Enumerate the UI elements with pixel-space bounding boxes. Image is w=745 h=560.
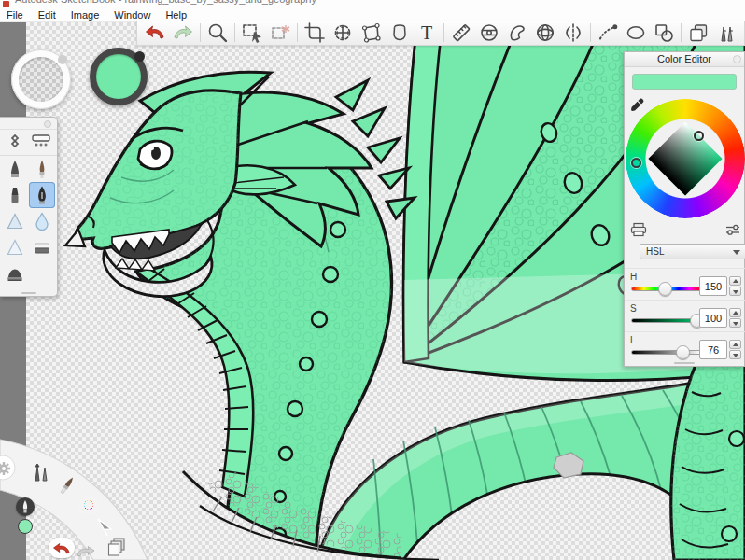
lagoon-paintbrush-icon[interactable] — [56, 474, 78, 497]
brush-palette-header[interactable] — [0, 118, 57, 130]
saturation-slider[interactable] — [631, 318, 702, 323]
lightness-slider[interactable] — [631, 350, 702, 355]
crop-icon[interactable] — [301, 21, 329, 44]
brush-palette-knob-icon[interactable] — [44, 120, 51, 128]
ellipse-shape-icon[interactable] — [622, 21, 650, 44]
layer-editor-icon[interactable] — [684, 21, 712, 44]
shapes-icon[interactable] — [650, 21, 678, 44]
color-wheel[interactable] — [626, 99, 745, 218]
selection-icon[interactable] — [238, 21, 266, 44]
lagoon-layers-icon[interactable] — [105, 535, 128, 557]
brush-pencil[interactable] — [2, 156, 28, 182]
brush-waterdrop[interactable] — [29, 208, 55, 234]
sv-selector[interactable] — [694, 131, 704, 141]
ruler-icon[interactable] — [447, 21, 475, 44]
menu-help[interactable]: Help — [158, 9, 194, 21]
menu-image[interactable]: Image — [63, 9, 107, 21]
hue-slider-handle[interactable] — [658, 282, 672, 296]
saturation-slider-row: S 100 — [625, 300, 745, 331]
brush-paintbrush[interactable] — [29, 156, 55, 182]
strip-color-chip[interactable] — [18, 519, 33, 534]
hue-spinner[interactable] — [729, 276, 741, 296]
dropdown-caret-icon — [733, 250, 740, 255]
brush-eraser[interactable] — [29, 234, 55, 260]
brush-marker[interactable] — [2, 182, 28, 208]
color-mode-dropdown[interactable]: HSL — [640, 244, 745, 259]
lagoon — [0, 429, 168, 560]
palette-icon[interactable] — [630, 222, 647, 239]
deselect-icon[interactable] — [266, 21, 294, 44]
saturation-label: S — [630, 303, 637, 314]
menu-file[interactable]: File — [0, 9, 31, 21]
lightness-value-input[interactable]: 76 — [699, 340, 727, 359]
brush-palette — [0, 117, 58, 297]
fill-icon[interactable] — [385, 21, 413, 44]
window-title: Autodesk SketchBook - rainwing_base_by_s… — [15, 0, 316, 5]
perspective-icon[interactable] — [531, 21, 559, 44]
menu-edit[interactable]: Edit — [31, 9, 63, 21]
lightness-slider-handle[interactable] — [676, 345, 690, 359]
hue-slider[interactable] — [631, 287, 702, 291]
steady-stroke-icon[interactable] — [594, 21, 622, 44]
lagoon-settings-icon[interactable] — [0, 457, 15, 480]
color-settings-icon[interactable] — [725, 223, 740, 238]
brush-library-icon[interactable] — [712, 21, 740, 44]
brush-broad-marker[interactable] — [2, 260, 28, 287]
toolbar: T — [136, 21, 745, 46]
current-color-swatch — [632, 74, 737, 90]
lightness-label: L — [630, 335, 636, 345]
color-editor-grip[interactable] — [674, 362, 695, 364]
text-tool-icon[interactable]: T — [413, 21, 441, 44]
transform-icon[interactable] — [329, 21, 357, 44]
hue-label: H — [630, 272, 637, 282]
color-editor-knob-icon[interactable] — [733, 55, 741, 63]
hue-selector[interactable] — [631, 158, 641, 168]
color-editor-title[interactable]: Color Editor — [625, 52, 744, 67]
lagoon-color-icon[interactable] — [77, 494, 100, 516]
hue-slider-row: H 150 — [625, 268, 745, 300]
color-editor-icon[interactable] — [740, 21, 745, 44]
menu-window[interactable]: Window — [106, 9, 158, 21]
color-puck[interactable] — [90, 48, 148, 105]
lagoon-brush-library-icon[interactable] — [29, 461, 51, 483]
svg-text:T: T — [421, 22, 432, 43]
color-puck-pin — [134, 51, 145, 62]
brush-puck[interactable] — [11, 49, 71, 109]
color-puck-swatch — [96, 54, 141, 99]
brush-chisel[interactable] — [2, 208, 28, 234]
strip-brush-chip[interactable] — [16, 497, 35, 516]
lagoon-redo-icon[interactable] — [75, 539, 97, 560]
brush-settings-icon[interactable] — [6, 133, 24, 153]
undo-icon[interactable] — [141, 21, 169, 44]
lightness-spinner[interactable] — [729, 340, 741, 359]
lagoon-undo-icon[interactable] — [49, 538, 75, 558]
title-bar: Autodesk SketchBook - rainwing_base_by_s… — [0, 0, 745, 7]
distort-icon[interactable] — [357, 21, 385, 44]
app-icon — [3, 1, 9, 7]
brush-ink-pen[interactable] — [29, 182, 55, 208]
symmetry-icon[interactable] — [559, 21, 587, 44]
hue-value-input[interactable]: 150 — [699, 276, 727, 296]
redo-icon[interactable] — [169, 21, 197, 44]
app-window: Autodesk SketchBook - rainwing_base_by_s… — [0, 0, 745, 560]
brush-airbrush[interactable] — [2, 234, 28, 260]
saturation-spinner[interactable] — [729, 308, 741, 328]
color-editor-panel: Color Editor HSL H 150 S 100 — [624, 51, 745, 367]
saturation-value-input[interactable]: 100 — [699, 308, 727, 328]
zoom-tool-icon[interactable] — [204, 21, 232, 44]
brush-puck-pin — [58, 55, 67, 64]
brush-palette-grip[interactable] — [21, 292, 36, 294]
french-curve-icon[interactable] — [503, 21, 531, 44]
lightness-slider-row: L 76 — [625, 331, 745, 363]
ellipse-guide-icon[interactable] — [475, 21, 503, 44]
brush-puck-preview — [19, 57, 63, 102]
brush-set-icon[interactable] — [31, 133, 51, 153]
